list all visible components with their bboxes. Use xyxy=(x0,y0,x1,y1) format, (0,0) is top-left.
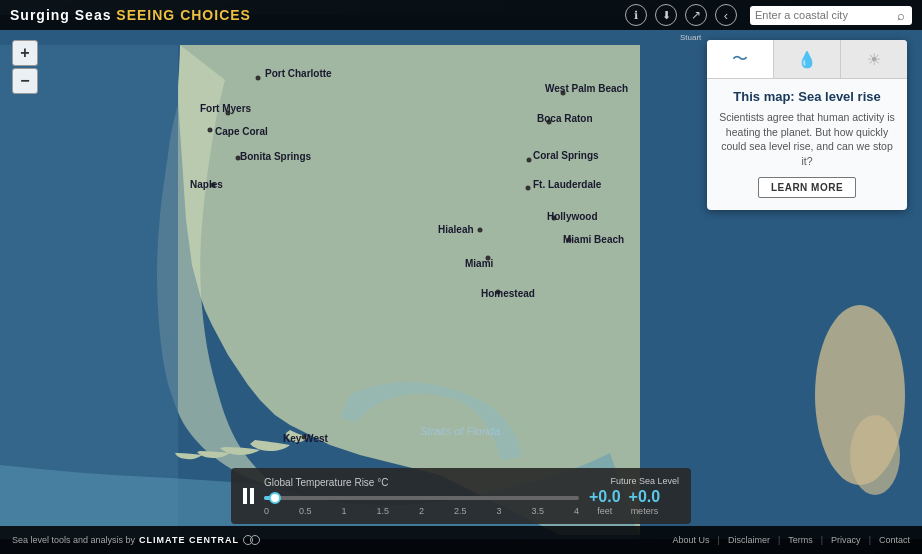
footer-about-link[interactable]: About Us xyxy=(673,535,710,545)
svg-text:Hialeah: Hialeah xyxy=(438,224,474,235)
tick-15: 1.5 xyxy=(376,506,389,516)
tab-sea-level[interactable]: 〜 xyxy=(707,40,774,78)
svg-text:Fort Myers: Fort Myers xyxy=(200,103,252,114)
back-icon: ‹ xyxy=(724,8,728,23)
tick-35: 3.5 xyxy=(531,506,544,516)
svg-text:West Palm Beach: West Palm Beach xyxy=(545,83,628,94)
panel-tabs: 〜 💧 ☀ xyxy=(707,40,907,79)
slider-section: Global Temperature Rise °C 0 0.5 1 1.5 2… xyxy=(264,477,579,516)
fsl-title: Future Sea Level xyxy=(589,476,679,486)
svg-text:Stuart: Stuart xyxy=(680,33,702,42)
back-button[interactable]: ‹ xyxy=(715,4,737,26)
tick-1: 1 xyxy=(341,506,346,516)
svg-text:Homestead: Homestead xyxy=(481,288,535,299)
svg-text:Bonita Springs: Bonita Springs xyxy=(240,151,312,162)
svg-point-7 xyxy=(208,128,213,133)
pause-button[interactable] xyxy=(243,488,254,504)
brand-name: CLIMATE CENTRAL xyxy=(139,535,239,545)
info-panel: 〜 💧 ☀ This map: Sea level rise Scientist… xyxy=(707,40,907,210)
tick-3: 3 xyxy=(496,506,501,516)
title-plain: Surging Seas xyxy=(10,7,116,23)
cc-circle-2 xyxy=(250,535,260,545)
footer-privacy-link[interactable]: Privacy xyxy=(831,535,861,545)
search-box: ⌕ xyxy=(750,6,912,25)
svg-point-4 xyxy=(850,415,900,495)
info-button[interactable]: ℹ xyxy=(625,4,647,26)
search-icon: ⌕ xyxy=(897,8,905,23)
tick-0: 0 xyxy=(264,506,269,516)
footer-text: Sea level tools and analysis by xyxy=(12,535,135,545)
fsl-meters: +0.0 meters xyxy=(629,488,661,516)
footer-terms-link[interactable]: Terms xyxy=(788,535,813,545)
header: Surging Seas SEEING CHOICES ℹ ⬇ ↗ ‹ ⌕ xyxy=(0,0,922,30)
pause-icon xyxy=(243,488,254,504)
app-title: Surging Seas SEEING CHOICES xyxy=(10,7,251,23)
svg-text:Boca Raton: Boca Raton xyxy=(537,113,593,124)
footer-branding: Sea level tools and analysis by CLIMATE … xyxy=(12,535,260,545)
bottom-controls: Global Temperature Rise °C 0 0.5 1 1.5 2… xyxy=(231,468,691,524)
drop-icon: 💧 xyxy=(797,50,817,69)
footer-contact-link[interactable]: Contact xyxy=(879,535,910,545)
footer: Sea level tools and analysis by CLIMATE … xyxy=(0,526,922,554)
svg-point-13 xyxy=(526,186,531,191)
cc-logo xyxy=(243,535,260,545)
zoom-controls: + − xyxy=(12,40,38,94)
svg-point-12 xyxy=(527,158,532,163)
future-sea-level: Future Sea Level +0.0 feet +0.0 meters xyxy=(589,476,679,516)
panel-description: Scientists agree that human activity is … xyxy=(719,110,895,169)
slider-label: Global Temperature Rise °C xyxy=(264,477,579,488)
title-highlight: SEEING CHOICES xyxy=(116,7,251,23)
svg-text:Miami: Miami xyxy=(465,258,494,269)
svg-text:Port Charlotte: Port Charlotte xyxy=(265,68,332,79)
svg-text:Hollywood: Hollywood xyxy=(547,211,598,222)
tick-25: 2.5 xyxy=(454,506,467,516)
share-button[interactable]: ↗ xyxy=(685,4,707,26)
footer-disclaimer-link[interactable]: Disclaimer xyxy=(728,535,770,545)
fsl-feet: +0.0 feet xyxy=(589,488,621,516)
svg-text:Naples: Naples xyxy=(190,179,223,190)
tick-4: 4 xyxy=(574,506,579,516)
learn-more-button[interactable]: LEARN MORE xyxy=(758,177,856,198)
download-icon: ⬇ xyxy=(662,9,671,22)
svg-text:Ft. Lauderdale: Ft. Lauderdale xyxy=(533,179,602,190)
search-input[interactable] xyxy=(755,9,895,21)
zoom-in-button[interactable]: + xyxy=(12,40,38,66)
slider-track xyxy=(264,492,579,504)
wave-icon: 〜 xyxy=(732,49,748,70)
panel-content: This map: Sea level rise Scientists agre… xyxy=(707,79,907,210)
share-icon: ↗ xyxy=(691,8,701,22)
svg-text:Cape Coral: Cape Coral xyxy=(215,126,268,137)
header-icons: ℹ ⬇ ↗ ‹ ⌕ xyxy=(625,4,912,26)
svg-point-5 xyxy=(256,76,261,81)
tick-05: 0.5 xyxy=(299,506,312,516)
sun-icon: ☀ xyxy=(867,50,881,69)
zoom-out-button[interactable]: − xyxy=(12,68,38,94)
fsl-values: +0.0 feet +0.0 meters xyxy=(589,488,679,516)
tab-temperature[interactable]: ☀ xyxy=(841,40,907,78)
fsl-feet-value: +0.0 xyxy=(589,488,621,506)
footer-links: About Us | Disclaimer | Terms | Privacy … xyxy=(673,535,910,545)
zoom-out-icon: − xyxy=(20,73,29,89)
panel-title: This map: Sea level rise xyxy=(719,89,895,104)
zoom-in-icon: + xyxy=(20,45,29,61)
svg-text:Miami Beach: Miami Beach xyxy=(563,234,624,245)
search-button[interactable]: ⌕ xyxy=(895,8,907,23)
svg-point-15 xyxy=(478,228,483,233)
download-button[interactable]: ⬇ xyxy=(655,4,677,26)
info-icon: ℹ xyxy=(634,9,638,22)
slider-ticks: 0 0.5 1 1.5 2 2.5 3 3.5 4 xyxy=(264,506,579,516)
svg-text:Coral Springs: Coral Springs xyxy=(533,150,599,161)
svg-text:Straits of Florida: Straits of Florida xyxy=(420,425,500,437)
fsl-meters-value: +0.0 xyxy=(629,488,661,506)
svg-text:Key West: Key West xyxy=(283,433,329,444)
fsl-feet-unit: feet xyxy=(589,506,621,516)
tab-water[interactable]: 💧 xyxy=(774,40,841,78)
fsl-meters-unit: meters xyxy=(629,506,661,516)
tick-2: 2 xyxy=(419,506,424,516)
